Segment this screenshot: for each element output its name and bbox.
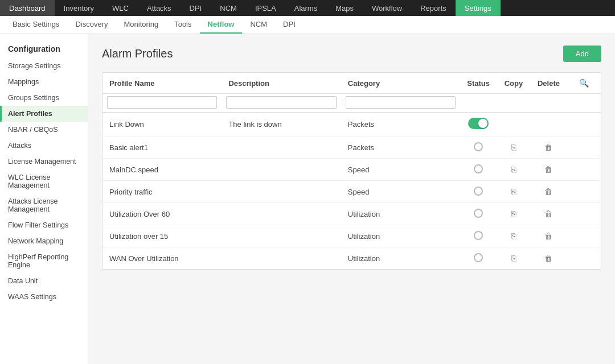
cell-status[interactable] bbox=[460, 113, 497, 136]
top-nav-item-dpi[interactable]: DPI bbox=[181, 0, 211, 16]
cell-extra bbox=[567, 247, 601, 270]
sub-nav-item-discovery[interactable]: Discovery bbox=[67, 16, 116, 34]
cell-status[interactable] bbox=[460, 159, 497, 181]
delete-button[interactable]: 🗑 bbox=[542, 208, 555, 220]
cell-copy[interactable]: ⎘ bbox=[497, 159, 531, 181]
status-radio-off[interactable] bbox=[474, 253, 483, 262]
delete-button[interactable]: 🗑 bbox=[542, 253, 555, 264]
status-radio-off[interactable] bbox=[474, 187, 483, 196]
filter-description-cell bbox=[222, 94, 341, 113]
sidebar-item-wlc-license-management[interactable]: WLC License Management bbox=[0, 169, 88, 193]
status-radio-off[interactable] bbox=[474, 209, 483, 218]
sidebar-item-nbar-cbqos[interactable]: NBAR / CBQoS bbox=[0, 122, 88, 138]
page-title: Alarm Profiles bbox=[102, 47, 173, 60]
cell-copy[interactable]: ⎘ bbox=[497, 247, 531, 270]
cell-copy[interactable]: ⎘ bbox=[497, 136, 531, 159]
top-nav-item-dashboard[interactable]: Dashboard bbox=[0, 0, 55, 16]
sidebar-item-waas-settings[interactable]: WAAS Settings bbox=[0, 289, 88, 305]
cell-copy[interactable]: ⎘ bbox=[497, 181, 531, 203]
copy-button[interactable]: ⎘ bbox=[509, 208, 518, 220]
cell-delete[interactable]: 🗑 bbox=[531, 136, 567, 159]
table-row: Basic alert1Packets⎘🗑 bbox=[102, 136, 601, 159]
delete-button[interactable]: 🗑 bbox=[542, 186, 555, 197]
copy-button[interactable]: ⎘ bbox=[509, 230, 518, 242]
cell-delete[interactable] bbox=[531, 113, 567, 136]
cell-delete[interactable]: 🗑 bbox=[531, 225, 567, 247]
table-header-row: Profile Name Description Category Status… bbox=[102, 73, 601, 94]
sidebar-item-groups-settings[interactable]: Groups Settings bbox=[0, 90, 88, 106]
copy-button[interactable]: ⎘ bbox=[509, 186, 518, 197]
add-button[interactable]: Add bbox=[563, 46, 601, 62]
cell-extra bbox=[567, 181, 601, 203]
toggle-on[interactable] bbox=[468, 118, 489, 129]
filter-extra-cell bbox=[567, 94, 601, 113]
top-nav-item-wlc[interactable]: WLC bbox=[103, 0, 138, 16]
sidebar-item-mappings[interactable]: Mappings bbox=[0, 74, 88, 90]
top-nav-item-inventory[interactable]: Inventory bbox=[55, 0, 103, 16]
sub-nav-item-tools[interactable]: Tools bbox=[166, 16, 199, 34]
status-radio-off[interactable] bbox=[474, 164, 483, 173]
alarm-profiles-table: Profile Name Description Category Status… bbox=[102, 73, 601, 269]
status-radio-off[interactable] bbox=[474, 231, 483, 240]
copy-button[interactable]: ⎘ bbox=[509, 142, 518, 153]
sidebar-item-storage-settings[interactable]: Storage Settings bbox=[0, 58, 88, 74]
top-nav-item-settings[interactable]: Settings bbox=[456, 0, 501, 16]
top-nav-item-attacks[interactable]: Attacks bbox=[138, 0, 181, 16]
table-row: Link DownThe link is downPackets bbox=[102, 113, 601, 136]
sub-navigation: Basic SettingsDiscoveryMonitoringToolsNe… bbox=[0, 16, 615, 34]
filter-status-cell bbox=[460, 94, 497, 113]
delete-button[interactable]: 🗑 bbox=[542, 230, 555, 242]
sidebar-item-license-management[interactable]: License Management bbox=[0, 154, 88, 169]
sidebar-item-network-mapping[interactable]: Network Mapping bbox=[0, 233, 88, 249]
cell-delete[interactable]: 🗑 bbox=[531, 181, 567, 203]
status-radio-off[interactable] bbox=[474, 142, 483, 151]
cell-extra bbox=[567, 159, 601, 181]
sub-nav-item-ncm[interactable]: NCM bbox=[242, 16, 275, 34]
filter-profile-name-cell bbox=[102, 94, 222, 113]
table-search-icon[interactable]: 🔍 bbox=[579, 78, 589, 88]
sub-nav-item-netflow[interactable]: Netflow bbox=[200, 16, 243, 34]
cell-status[interactable] bbox=[460, 203, 497, 225]
top-nav-item-maps[interactable]: Maps bbox=[326, 0, 363, 16]
filter-profile-name-input[interactable] bbox=[107, 96, 217, 109]
cell-description bbox=[222, 225, 341, 247]
col-search-icon[interactable]: 🔍 bbox=[567, 73, 601, 94]
delete-button[interactable]: 🗑 bbox=[542, 164, 555, 175]
cell-profile-name: Utilization Over 60 bbox=[102, 203, 222, 225]
cell-status[interactable] bbox=[460, 181, 497, 203]
sidebar-item-attacks[interactable]: Attacks bbox=[0, 138, 88, 154]
cell-profile-name: Priority traffic bbox=[102, 181, 222, 203]
top-nav-item-reports[interactable]: Reports bbox=[411, 0, 456, 16]
sidebar-item-highperf-reporting-engine[interactable]: HighPerf Reporting Engine bbox=[0, 249, 88, 273]
top-nav-item-workflow[interactable]: Workflow bbox=[363, 0, 411, 16]
copy-button[interactable]: ⎘ bbox=[509, 164, 518, 175]
top-navigation: DashboardInventoryWLCAttacksDPINCMIPSLAA… bbox=[0, 0, 615, 16]
cell-copy[interactable] bbox=[497, 113, 531, 136]
filter-description-input[interactable] bbox=[226, 96, 336, 109]
filter-category-input[interactable] bbox=[346, 96, 456, 109]
sub-nav-item-dpi[interactable]: DPI bbox=[275, 16, 304, 34]
cell-status[interactable] bbox=[460, 247, 497, 270]
top-nav-item-ipsla[interactable]: IPSLA bbox=[246, 0, 285, 16]
table-body: Link DownThe link is downPackets Basic a… bbox=[102, 113, 601, 270]
cell-status[interactable] bbox=[460, 225, 497, 247]
cell-status[interactable] bbox=[460, 136, 497, 159]
sidebar-item-flow-filter-settings[interactable]: Flow Filter Settings bbox=[0, 217, 88, 233]
cell-category: Speed bbox=[341, 181, 460, 203]
cell-delete[interactable]: 🗑 bbox=[531, 159, 567, 181]
col-category: Category bbox=[341, 73, 460, 94]
top-nav-item-alarms[interactable]: Alarms bbox=[285, 0, 326, 16]
sub-nav-item-monitoring[interactable]: Monitoring bbox=[116, 16, 166, 34]
cell-delete[interactable]: 🗑 bbox=[531, 203, 567, 225]
cell-delete[interactable]: 🗑 bbox=[531, 247, 567, 270]
sidebar-item-attacks-license-management[interactable]: Attacks License Management bbox=[0, 193, 88, 217]
top-nav-item-ncm[interactable]: NCM bbox=[211, 0, 246, 16]
cell-copy[interactable]: ⎘ bbox=[497, 203, 531, 225]
sub-nav-item-basic-settings[interactable]: Basic Settings bbox=[5, 16, 67, 34]
copy-button[interactable]: ⎘ bbox=[509, 253, 518, 264]
cell-copy[interactable]: ⎘ bbox=[497, 225, 531, 247]
delete-button[interactable]: 🗑 bbox=[542, 142, 555, 153]
sidebar-item-alert-profiles[interactable]: Alert Profiles bbox=[0, 106, 88, 122]
sidebar: Configuration Storage SettingsMappingsGr… bbox=[0, 34, 88, 364]
sidebar-item-data-unit[interactable]: Data Unit bbox=[0, 273, 88, 289]
